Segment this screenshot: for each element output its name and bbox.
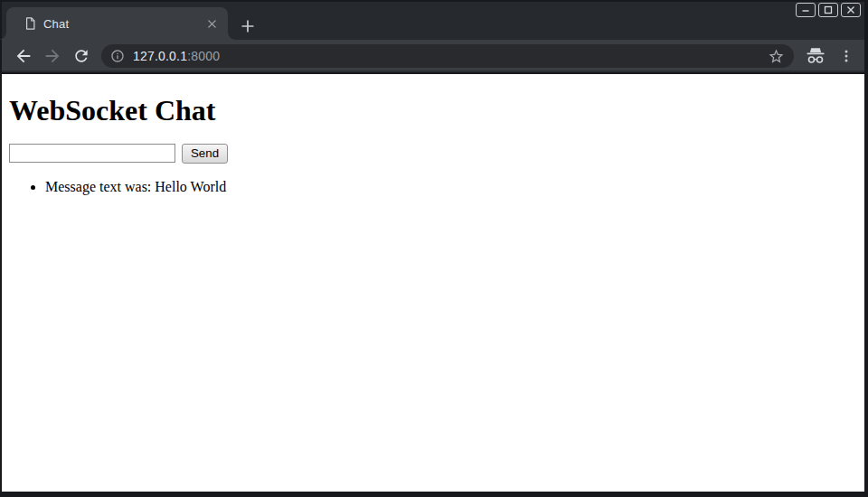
arrow-right-icon [42,46,62,66]
back-button[interactable] [13,45,34,67]
reload-icon [72,47,90,65]
minimize-icon [801,5,810,14]
url-host: 127.0.0.1 [133,49,187,63]
url-port: :8000 [187,49,220,63]
kebab-menu-icon [838,48,854,64]
message-input[interactable] [9,144,175,163]
browser-menu-button[interactable] [835,45,857,67]
message-item: Message text was: Hello World [45,178,857,196]
messages-list: Message text was: Hello World [9,178,857,196]
tab-close-button[interactable] [204,16,220,32]
incognito-icon [805,46,826,65]
page-favicon-icon [24,16,36,31]
site-info-icon[interactable] [110,49,125,63]
reload-button[interactable] [71,45,92,67]
page-content: WebSocket Chat Send Message text was: He… [2,74,864,492]
send-button[interactable]: Send [182,144,228,164]
bookmark-star-button[interactable] [768,48,785,65]
window-controls [796,3,861,17]
address-bar[interactable]: 127.0.0.1:8000 [101,44,794,68]
x-close-icon [207,19,217,29]
new-tab-button[interactable] [238,16,258,36]
url-text: 127.0.0.1:8000 [133,49,220,63]
star-outline-icon [768,48,785,65]
tab-strip: Chat [2,2,864,40]
maximize-icon [824,5,833,14]
forward-button[interactable] [42,45,63,67]
tab-title: Chat [43,17,69,31]
browser-tab[interactable]: Chat [6,7,228,40]
window-close-button[interactable] [841,3,861,17]
message-form: Send [9,144,857,164]
info-circle-icon [110,49,125,63]
window-minimize-button[interactable] [796,3,816,17]
browser-window: Chat [0,0,868,497]
page-heading: WebSocket Chat [9,94,857,127]
arrow-left-icon [14,46,33,66]
x-close-icon [846,5,855,14]
window-maximize-button[interactable] [818,3,838,17]
plus-icon [241,20,254,33]
browser-toolbar: 127.0.0.1:8000 [2,40,864,72]
